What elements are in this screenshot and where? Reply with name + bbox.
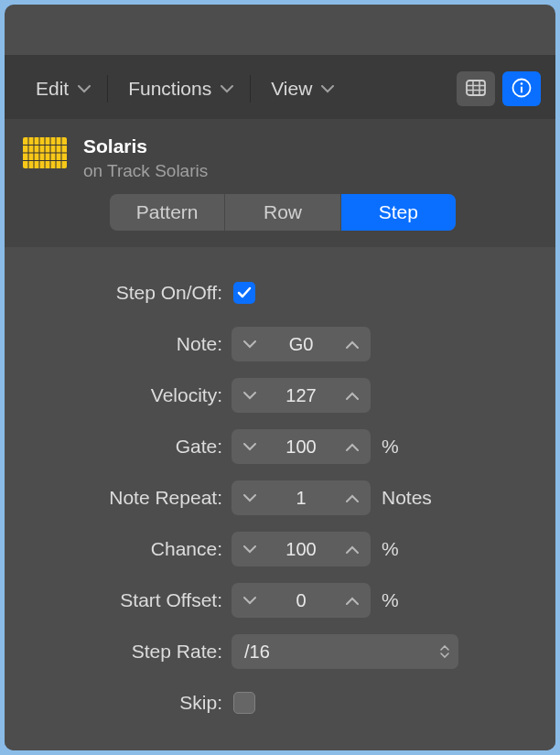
velocity-stepper[interactable]: 127	[232, 378, 371, 413]
info-button[interactable]	[502, 71, 541, 106]
note-repeat-value[interactable]: 1	[268, 488, 334, 509]
note-label: Note:	[23, 333, 232, 355]
tab-segmented-control: Pattern Row Step	[110, 194, 456, 231]
step-on-off-label: Step On/Off:	[23, 282, 232, 304]
note-repeat-increment[interactable]	[334, 480, 371, 515]
gate-value[interactable]: 100	[268, 437, 334, 458]
note-repeat-stepper[interactable]: 1	[232, 480, 371, 515]
step-on-off-checkbox[interactable]	[233, 282, 255, 304]
svg-point-6	[521, 82, 523, 85]
tab-row[interactable]: Row	[225, 194, 340, 231]
svg-rect-7	[521, 86, 522, 92]
start-offset-unit: %	[382, 589, 399, 611]
skip-checkbox[interactable]	[233, 692, 255, 714]
chevron-up-icon	[346, 494, 359, 502]
gate-unit: %	[382, 436, 399, 458]
note-repeat-unit: Notes	[382, 487, 432, 509]
chevron-up-icon	[346, 340, 359, 349]
chance-label: Chance:	[23, 538, 232, 560]
chance-stepper[interactable]: 100	[232, 532, 371, 566]
tab-pattern[interactable]: Pattern	[110, 194, 225, 231]
chevron-down-icon	[243, 494, 256, 502]
view-menu-label: View	[271, 78, 312, 100]
chevron-up-icon	[346, 443, 359, 451]
divider	[107, 75, 108, 102]
list-icon	[466, 80, 486, 99]
chevron-up-icon	[346, 392, 359, 400]
start-offset-decrement[interactable]	[232, 583, 268, 618]
note-repeat-decrement[interactable]	[232, 480, 268, 515]
start-offset-increment[interactable]	[334, 583, 371, 618]
functions-menu-label: Functions	[128, 78, 211, 100]
pattern-icon	[23, 137, 67, 170]
tab-step[interactable]: Step	[341, 194, 456, 231]
chevron-down-icon	[221, 85, 233, 93]
gate-increment[interactable]	[334, 429, 371, 464]
note-decrement[interactable]	[232, 327, 268, 361]
region-subtitle: on Track Solaris	[83, 161, 208, 181]
inspector-window: Edit Functions View	[5, 5, 555, 750]
divider	[250, 75, 251, 102]
view-menu[interactable]: View	[254, 71, 347, 106]
toolbar: Edit Functions View	[5, 55, 555, 119]
select-arrows-icon	[440, 645, 449, 658]
step-rate-label: Step Rate:	[23, 641, 232, 663]
velocity-increment[interactable]	[334, 378, 371, 413]
chevron-down-icon	[243, 340, 256, 349]
chevron-down-icon	[321, 85, 334, 93]
svg-rect-0	[467, 81, 485, 95]
note-increment[interactable]	[334, 327, 371, 361]
chevron-down-icon	[78, 85, 91, 93]
chevron-down-icon	[243, 443, 256, 451]
gate-stepper[interactable]: 100	[232, 429, 371, 464]
velocity-decrement[interactable]	[232, 378, 268, 413]
note-repeat-label: Note Repeat:	[23, 487, 232, 509]
region-title: Solaris	[83, 135, 208, 157]
gate-label: Gate:	[23, 436, 232, 458]
functions-menu[interactable]: Functions	[112, 71, 246, 106]
note-stepper[interactable]: G0	[232, 327, 371, 361]
chevron-down-icon	[243, 392, 256, 400]
chance-decrement[interactable]	[232, 532, 268, 566]
list-view-button[interactable]	[457, 71, 495, 106]
chance-value[interactable]: 100	[268, 539, 334, 560]
start-offset-label: Start Offset:	[23, 589, 232, 611]
chevron-down-icon	[243, 545, 256, 554]
info-icon	[512, 78, 532, 101]
edit-menu-label: Edit	[36, 78, 69, 100]
step-rate-select[interactable]: /16	[232, 634, 458, 669]
gate-decrement[interactable]	[232, 429, 268, 464]
step-rate-value: /16	[244, 642, 270, 663]
step-inspector-content: Step On/Off: Note: G0 Velocity:	[5, 247, 555, 750]
check-icon	[237, 286, 252, 299]
chance-increment[interactable]	[334, 532, 371, 566]
velocity-label: Velocity:	[23, 384, 232, 406]
chevron-down-icon	[243, 597, 256, 605]
chevron-up-icon	[346, 545, 359, 554]
start-offset-value[interactable]: 0	[268, 590, 334, 611]
start-offset-stepper[interactable]: 0	[232, 583, 371, 618]
skip-label: Skip:	[23, 692, 232, 714]
velocity-value[interactable]: 127	[268, 385, 334, 406]
chevron-up-icon	[346, 597, 359, 605]
chance-unit: %	[382, 538, 399, 560]
note-value[interactable]: G0	[268, 334, 334, 355]
edit-menu[interactable]: Edit	[19, 71, 103, 106]
header: Solaris on Track Solaris Pattern Row Ste…	[5, 119, 555, 247]
